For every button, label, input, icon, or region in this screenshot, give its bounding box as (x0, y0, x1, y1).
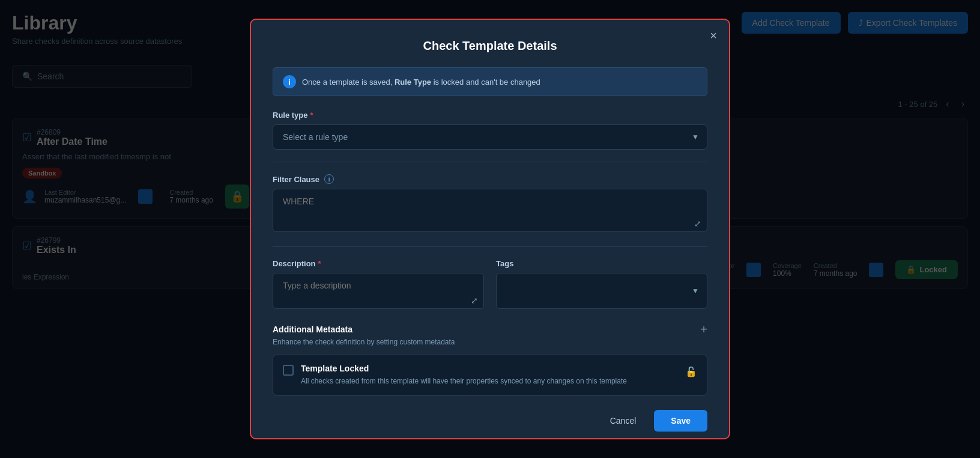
filter-clause-textarea-wrapper: ⤢ (273, 189, 707, 234)
tags-select-wrapper: ▼ (496, 273, 707, 309)
description-label: Description * (273, 259, 484, 268)
metadata-subtitle: Enhance the check definition by setting … (273, 338, 707, 346)
description-expand-icon[interactable]: ⤢ (471, 296, 478, 305)
description-required: * (318, 259, 321, 268)
info-message: Once a template is saved, Rule Type is l… (302, 78, 540, 87)
template-locked-box: Template Locked All checks created from … (273, 355, 707, 395)
divider-1 (273, 162, 707, 162)
modal-footer: Cancel Save (273, 410, 707, 432)
filter-clause-input[interactable] (273, 189, 707, 232)
modal-title: Check Template Details (273, 39, 707, 53)
locked-description: All checks created from this template wi… (301, 376, 678, 386)
locked-content: Template Locked All checks created from … (301, 364, 678, 386)
template-locked-checkbox[interactable] (283, 365, 294, 376)
additional-metadata-section: Additional Metadata + Enhance the check … (273, 323, 707, 395)
cancel-button[interactable]: Cancel (600, 410, 646, 432)
tags-label: Tags (496, 259, 707, 268)
info-icon: i (283, 75, 296, 88)
rule-type-select-wrapper: Select a rule type ▼ (273, 124, 707, 150)
tags-col: Tags ▼ (496, 259, 707, 311)
divider-2 (273, 246, 707, 247)
rule-type-required: * (310, 111, 313, 120)
lock-icon: 🔓 (685, 366, 697, 377)
tags-select[interactable] (496, 273, 707, 309)
rule-type-label: Rule type * (273, 111, 707, 120)
expand-icon[interactable]: ⤢ (694, 219, 701, 228)
rule-type-select[interactable]: Select a rule type (273, 124, 707, 150)
check-template-modal: × Check Template Details i Once a templa… (250, 19, 730, 439)
description-textarea-wrapper: ⤢ (273, 273, 484, 311)
filter-clause-info-icon[interactable]: i (324, 174, 334, 184)
description-input[interactable] (273, 273, 484, 309)
description-tags-row: Description * ⤢ Tags ▼ (273, 259, 707, 311)
modal-overlay: × Check Template Details i Once a templa… (0, 0, 980, 458)
add-metadata-button[interactable]: + (700, 323, 707, 335)
metadata-title: Additional Metadata (273, 325, 352, 334)
metadata-header: Additional Metadata + (273, 323, 707, 335)
locked-title: Template Locked (301, 364, 678, 373)
filter-clause-label: Filter Clause i (273, 174, 707, 184)
description-col: Description * ⤢ (273, 259, 484, 311)
modal-close-button[interactable]: × (710, 29, 717, 41)
save-button[interactable]: Save (654, 410, 707, 432)
info-banner: i Once a template is saved, Rule Type is… (273, 67, 707, 96)
rule-type-group: Rule type * Select a rule type ▼ (273, 111, 707, 150)
filter-clause-group: Filter Clause i ⤢ (273, 174, 707, 234)
